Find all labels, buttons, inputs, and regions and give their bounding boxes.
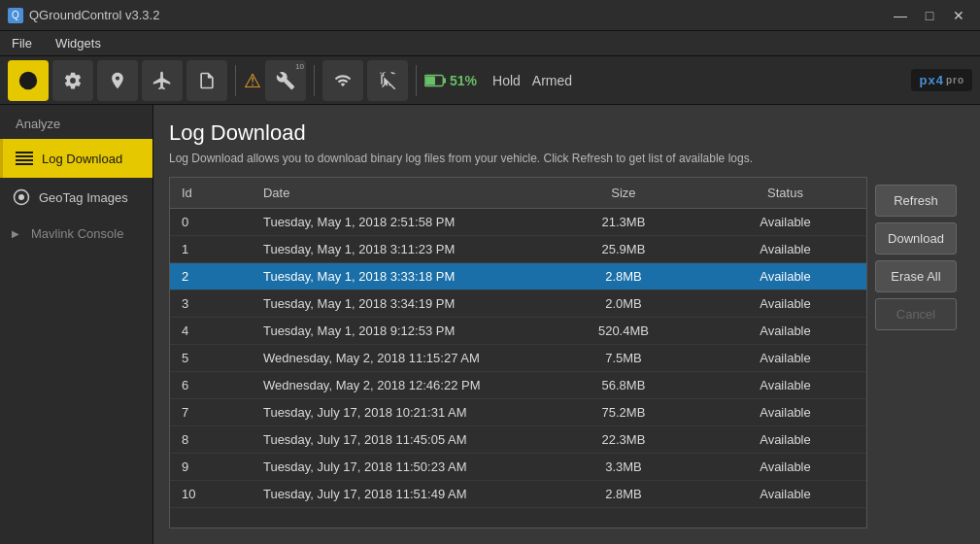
sidebar-item-log-download[interactable]: Log Download bbox=[0, 139, 152, 178]
cell-status: Available bbox=[704, 481, 866, 508]
cell-id: 6 bbox=[170, 372, 252, 399]
download-button[interactable]: Download bbox=[875, 222, 957, 255]
counter-value: 10 bbox=[295, 62, 304, 71]
menu-file[interactable]: File bbox=[8, 34, 36, 52]
battery-pct: 51% bbox=[450, 73, 477, 88]
col-size: Size bbox=[543, 178, 704, 209]
cell-size: 21.3MB bbox=[543, 209, 704, 236]
cell-status: Available bbox=[704, 290, 866, 318]
toolbar: ⚠ 10 51% Hold Armed px4 pro bbox=[0, 56, 980, 105]
cell-size: 56.8MB bbox=[543, 372, 704, 399]
maximize-button[interactable]: □ bbox=[916, 5, 943, 26]
toolbar-home-btn[interactable] bbox=[8, 60, 49, 101]
content-area: Log Download Log Download allows you to … bbox=[153, 105, 980, 544]
cell-size: 3.3MB bbox=[543, 454, 704, 481]
table-row[interactable]: 6 Wednesday, May 2, 2018 12:46:22 PM 56.… bbox=[170, 372, 866, 399]
mavlink-label: Mavlink Console bbox=[31, 226, 123, 241]
chevron-right-icon: ▶ bbox=[12, 228, 19, 239]
toolbar-sep1 bbox=[235, 65, 236, 96]
table-row[interactable]: 7 Tuesday, July 17, 2018 10:21:31 AM 75.… bbox=[170, 399, 866, 426]
cell-id: 8 bbox=[170, 426, 252, 454]
table-row[interactable]: 2 Tuesday, May 1, 2018 3:33:18 PM 2.8MB … bbox=[170, 263, 866, 290]
toolbar-analyze-btn[interactable] bbox=[186, 60, 227, 101]
log-download-label: Log Download bbox=[42, 152, 122, 166]
cell-status: Available bbox=[704, 454, 866, 481]
cell-size: 520.4MB bbox=[543, 318, 704, 345]
cell-id: 7 bbox=[170, 399, 252, 426]
toolbar-signal-btn[interactable] bbox=[367, 60, 408, 101]
table-row[interactable]: 9 Tuesday, July 17, 2018 11:50:23 AM 3.3… bbox=[170, 454, 866, 481]
close-button[interactable]: ✕ bbox=[945, 5, 972, 26]
toolbar-sep3 bbox=[416, 65, 417, 96]
sidebar: Analyze Log Download GeoTag Images ▶ Mav… bbox=[0, 105, 153, 544]
action-panel: Refresh Download Erase All Cancel bbox=[867, 177, 964, 528]
cell-status: Available bbox=[704, 209, 866, 236]
cell-status: Available bbox=[704, 263, 866, 290]
svg-rect-6 bbox=[16, 159, 33, 161]
cell-size: 2.8MB bbox=[543, 263, 704, 290]
cell-status: Available bbox=[704, 236, 866, 263]
erase-all-button[interactable]: Erase All bbox=[875, 260, 957, 292]
cell-date: Tuesday, July 17, 2018 11:50:23 AM bbox=[252, 454, 543, 481]
svg-point-9 bbox=[18, 194, 24, 200]
menu-widgets[interactable]: Widgets bbox=[51, 34, 105, 52]
page-title: Log Download bbox=[169, 120, 964, 146]
cell-date: Tuesday, May 1, 2018 3:34:19 PM bbox=[252, 290, 543, 318]
cell-date: Tuesday, July 17, 2018 11:51:49 AM bbox=[252, 481, 543, 508]
cell-size: 22.3MB bbox=[543, 426, 704, 454]
main-layout: Analyze Log Download GeoTag Images ▶ Mav… bbox=[0, 105, 980, 544]
cell-date: Tuesday, July 17, 2018 11:45:05 AM bbox=[252, 426, 543, 454]
col-id: Id bbox=[170, 178, 252, 209]
table-row[interactable]: 0 Tuesday, May 1, 2018 2:51:58 PM 21.3MB… bbox=[170, 209, 866, 236]
toolbar-settings-btn[interactable] bbox=[52, 60, 93, 101]
px4-logo: px4 pro bbox=[911, 69, 972, 91]
cell-status: Available bbox=[704, 399, 866, 426]
cell-id: 4 bbox=[170, 318, 252, 345]
toolbar-telemetry-btn[interactable] bbox=[322, 60, 363, 101]
refresh-button[interactable]: Refresh bbox=[875, 185, 957, 217]
geotag-icon bbox=[12, 187, 31, 207]
cell-id: 2 bbox=[170, 263, 252, 290]
content-and-actions: Id Date Size Status 0 Tuesday, May 1, 20… bbox=[169, 177, 964, 528]
cell-date: Tuesday, July 17, 2018 10:21:31 AM bbox=[252, 399, 543, 426]
cell-size: 7.5MB bbox=[543, 345, 704, 372]
cell-size: 2.0MB bbox=[543, 290, 704, 318]
table-header-row: Id Date Size Status bbox=[170, 178, 866, 209]
cell-status: Available bbox=[704, 372, 866, 399]
hold-status: Hold bbox=[492, 73, 521, 88]
cell-date: Wednesday, May 2, 2018 11:15:27 AM bbox=[252, 345, 543, 372]
svg-point-0 bbox=[19, 71, 37, 88]
list-icon bbox=[15, 149, 34, 168]
table-row[interactable]: 5 Wednesday, May 2, 2018 11:15:27 AM 7.5… bbox=[170, 345, 866, 372]
table-row[interactable]: 8 Tuesday, July 17, 2018 11:45:05 AM 22.… bbox=[170, 426, 866, 454]
table-row[interactable]: 4 Tuesday, May 1, 2018 9:12:53 PM 520.4M… bbox=[170, 318, 866, 345]
cell-date: Tuesday, May 1, 2018 3:33:18 PM bbox=[252, 263, 543, 290]
cell-id: 3 bbox=[170, 290, 252, 318]
log-table[interactable]: Id Date Size Status 0 Tuesday, May 1, 20… bbox=[169, 177, 867, 528]
battery-indicator: 51% bbox=[424, 73, 477, 88]
sidebar-item-mavlink-console[interactable]: ▶ Mavlink Console bbox=[0, 217, 152, 251]
page-description: Log Download allows you to download bina… bbox=[169, 152, 964, 165]
table-row[interactable]: 1 Tuesday, May 1, 2018 3:11:23 PM 25.9MB… bbox=[170, 236, 866, 263]
cell-id: 5 bbox=[170, 345, 252, 372]
table-row[interactable]: 3 Tuesday, May 1, 2018 3:34:19 PM 2.0MB … bbox=[170, 290, 866, 318]
table-row[interactable]: 10 Tuesday, July 17, 2018 11:51:49 AM 2.… bbox=[170, 481, 866, 508]
svg-rect-5 bbox=[16, 155, 33, 157]
svg-rect-4 bbox=[16, 152, 33, 153]
svg-rect-2 bbox=[443, 78, 446, 84]
toolbar-map-btn[interactable] bbox=[97, 60, 138, 101]
armed-status: Armed bbox=[532, 73, 572, 88]
cell-status: Available bbox=[704, 426, 866, 454]
col-status: Status bbox=[704, 178, 866, 209]
toolbar-fly-btn[interactable] bbox=[142, 60, 183, 101]
cell-status: Available bbox=[704, 345, 866, 372]
title-bar-left: Q QGroundControl v3.3.2 bbox=[8, 8, 159, 23]
toolbar-tools-btn[interactable]: 10 bbox=[265, 60, 306, 101]
sidebar-header: Analyze bbox=[0, 109, 152, 139]
cell-status: Available bbox=[704, 318, 866, 345]
warning-icon[interactable]: ⚠ bbox=[244, 69, 261, 92]
sidebar-item-geotag-images[interactable]: GeoTag Images bbox=[0, 178, 152, 217]
minimize-button[interactable]: — bbox=[887, 5, 914, 26]
cancel-button[interactable]: Cancel bbox=[875, 298, 957, 330]
svg-rect-7 bbox=[16, 163, 33, 165]
